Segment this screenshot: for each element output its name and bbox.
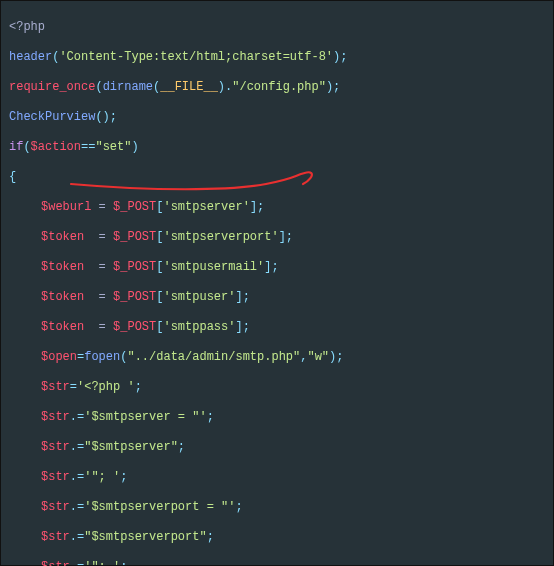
str: "/config.php"	[232, 80, 326, 94]
str: '$smtpserverport = "'	[84, 500, 235, 514]
brace-open: {	[9, 170, 16, 184]
str: 'smtpusermail'	[163, 260, 264, 274]
code-line: $token = $_POST['smtppass'];	[9, 320, 545, 335]
code-line: $str.='$smtpserver = "';	[9, 410, 545, 425]
str: 'smtpserver'	[163, 200, 249, 214]
var: $token	[41, 230, 84, 244]
code-line: $str.="$smtpserver";	[9, 440, 545, 455]
kw-require: require_once	[9, 80, 95, 94]
fn-dirname: dirname	[103, 80, 153, 94]
code-line: $token = $_POST['smtpusermail'];	[9, 260, 545, 275]
str: 'Content-Type:text/html;charset=utf-8'	[59, 50, 333, 64]
var-post: $_POST	[113, 230, 156, 244]
str-mode: "w"	[307, 350, 329, 364]
op: =	[70, 380, 77, 394]
op: .=	[70, 410, 84, 424]
kw-if: if	[9, 140, 23, 154]
fn-checkpurview: CheckPurview	[9, 110, 95, 124]
op-eq: ==	[81, 140, 95, 154]
code-line: {	[9, 170, 545, 185]
code-line: $open=fopen("../data/admin/smtp.php","w"…	[9, 350, 545, 365]
var-post: $_POST	[113, 260, 156, 274]
op: .=	[70, 560, 84, 566]
var: $token	[41, 260, 84, 274]
code-line: if($action=="set")	[9, 140, 545, 155]
var: $str	[41, 500, 70, 514]
php-open-tag: <?php	[9, 20, 45, 34]
var: $str	[41, 410, 70, 424]
str-path: "../data/admin/smtp.php"	[127, 350, 300, 364]
code-line: header('Content-Type:text/html;charset=u…	[9, 50, 545, 65]
var: $weburl	[41, 200, 91, 214]
str: '<?php '	[77, 380, 135, 394]
op: .=	[70, 500, 84, 514]
var: $str	[41, 380, 70, 394]
code-line: $str.='"; ';	[9, 560, 545, 566]
var: $str	[41, 470, 70, 484]
var-action: $action	[31, 140, 81, 154]
const-file: __FILE__	[160, 80, 218, 94]
op: .=	[70, 440, 84, 454]
code-line: $str.='"; ';	[9, 470, 545, 485]
str: "$smtpserverport"	[84, 530, 206, 544]
code-line: $str.="$smtpserverport";	[9, 530, 545, 545]
var-post: $_POST	[113, 290, 156, 304]
code-line: $str='<?php ';	[9, 380, 545, 395]
var: $str	[41, 530, 70, 544]
str: 'smtpserverport'	[163, 230, 278, 244]
str: '"; '	[84, 560, 120, 566]
str: 'smtpuser'	[163, 290, 235, 304]
var-open: $open	[41, 350, 77, 364]
code-line: CheckPurview();	[9, 110, 545, 125]
op: .=	[70, 530, 84, 544]
var-post: $_POST	[113, 320, 156, 334]
str: "set"	[95, 140, 131, 154]
str: '$smtpserver = "'	[84, 410, 206, 424]
str: '"; '	[84, 470, 120, 484]
code-line: $token = $_POST['smtpuser'];	[9, 290, 545, 305]
code-line: $token = $_POST['smtpserverport'];	[9, 230, 545, 245]
var: $str	[41, 440, 70, 454]
code-line: <?php	[9, 20, 545, 35]
var: $token	[41, 290, 84, 304]
op: .=	[70, 470, 84, 484]
str: "$smtpserver"	[84, 440, 178, 454]
fn-header: header	[9, 50, 52, 64]
var: $str	[41, 560, 70, 566]
code-line: $weburl = $_POST['smtpserver'];	[9, 200, 545, 215]
fn-fopen: fopen	[84, 350, 120, 364]
str: 'smtppass'	[163, 320, 235, 334]
var: $token	[41, 320, 84, 334]
code-line: require_once(dirname(__FILE__)."/config.…	[9, 80, 545, 95]
code-line: $str.='$smtpserverport = "';	[9, 500, 545, 515]
code-editor[interactable]: <?php header('Content-Type:text/html;cha…	[0, 0, 554, 566]
var-post: $_POST	[113, 200, 156, 214]
